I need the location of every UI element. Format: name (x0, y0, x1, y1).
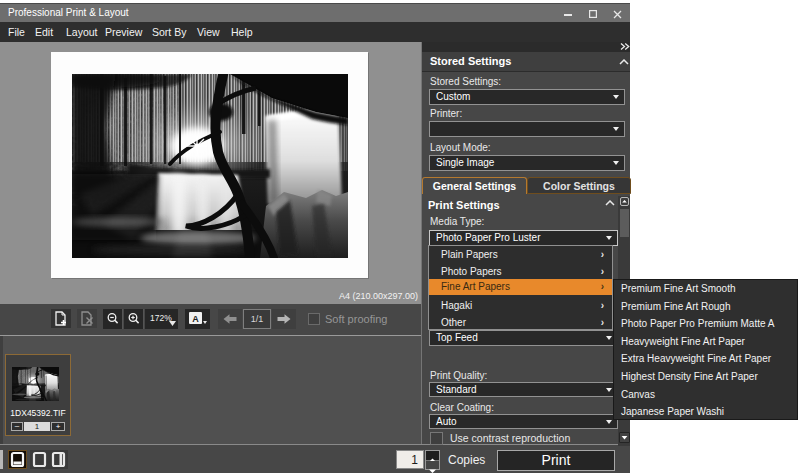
svg-text:A: A (192, 314, 199, 324)
